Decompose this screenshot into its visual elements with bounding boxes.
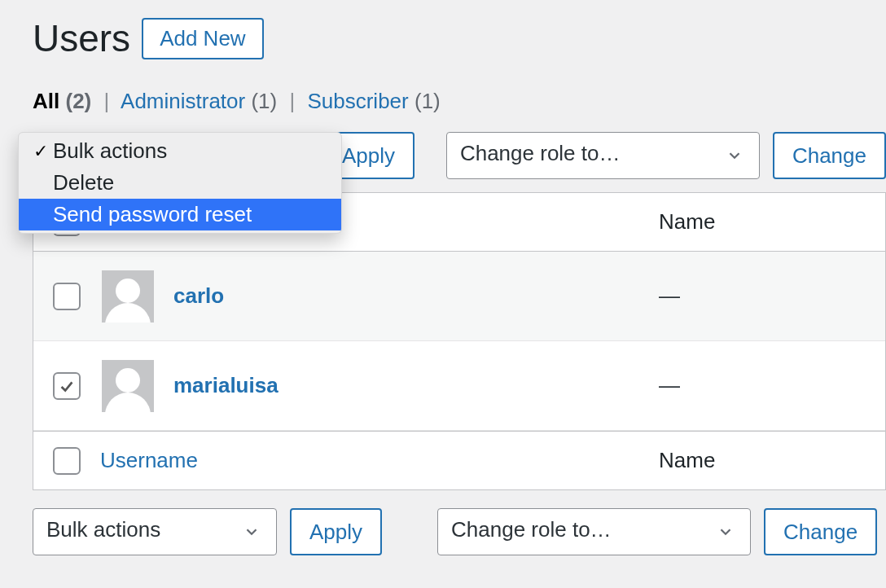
- name-cell: —: [659, 283, 680, 308]
- page-title: Users: [33, 16, 130, 60]
- bulk-actions-dropdown: ✓ Bulk actions Delete Send password rese…: [18, 132, 342, 234]
- top-toolbar: ✓ Bulk actions Delete Send password rese…: [33, 132, 886, 179]
- filter-administrator[interactable]: Administrator (1): [121, 89, 283, 113]
- filter-subscriber[interactable]: Subscriber (1): [307, 89, 440, 113]
- dropdown-option-send-password-reset[interactable]: Send password reset: [19, 199, 341, 230]
- name-cell: —: [659, 373, 680, 397]
- bulk-actions-select-bottom-wrap: Bulk actions: [33, 508, 277, 555]
- separator: |: [289, 89, 295, 113]
- column-footer-username[interactable]: Username: [100, 448, 198, 473]
- table-row: marialuisa —: [33, 341, 885, 431]
- column-header-name: Name: [659, 209, 715, 234]
- page-header: Users Add New: [33, 16, 886, 60]
- separator: |: [103, 89, 109, 113]
- apply-button-bottom[interactable]: Apply: [290, 508, 382, 555]
- table-footer: Username Name: [33, 431, 885, 489]
- username-link[interactable]: carlo: [173, 283, 224, 309]
- username-link[interactable]: marialuisa: [173, 373, 279, 398]
- add-new-button[interactable]: Add New: [142, 18, 264, 59]
- column-footer-name: Name: [659, 448, 715, 472]
- change-role-select-bottom-wrap: Change role to…: [437, 508, 751, 555]
- filter-links: All (2) | Administrator (1) | Subscriber…: [33, 89, 886, 114]
- check-icon: ✓: [29, 141, 53, 162]
- dropdown-option-bulk-actions[interactable]: ✓ Bulk actions: [19, 135, 341, 167]
- change-button[interactable]: Change: [773, 132, 886, 179]
- table-row: carlo —: [33, 252, 885, 341]
- change-role-select-wrap: Change role to…: [446, 132, 760, 179]
- filter-all[interactable]: All (2): [33, 89, 97, 113]
- bulk-actions-select-wrap: ✓ Bulk actions Delete Send password rese…: [33, 132, 309, 179]
- change-button-bottom[interactable]: Change: [764, 508, 877, 555]
- users-table: Username Name carlo — marialuisa: [33, 192, 886, 490]
- bulk-actions-select-bottom[interactable]: Bulk actions: [33, 508, 277, 555]
- avatar: [102, 360, 154, 412]
- change-role-select[interactable]: Change role to…: [446, 132, 760, 179]
- bottom-toolbar: Bulk actions Apply Change role to… Chang…: [33, 508, 886, 555]
- dropdown-option-delete[interactable]: Delete: [19, 167, 341, 199]
- select-all-checkbox-footer[interactable]: [53, 447, 81, 475]
- row-checkbox[interactable]: [53, 372, 81, 400]
- avatar: [102, 270, 154, 323]
- change-role-select-bottom[interactable]: Change role to…: [437, 508, 751, 555]
- row-checkbox[interactable]: [53, 283, 81, 310]
